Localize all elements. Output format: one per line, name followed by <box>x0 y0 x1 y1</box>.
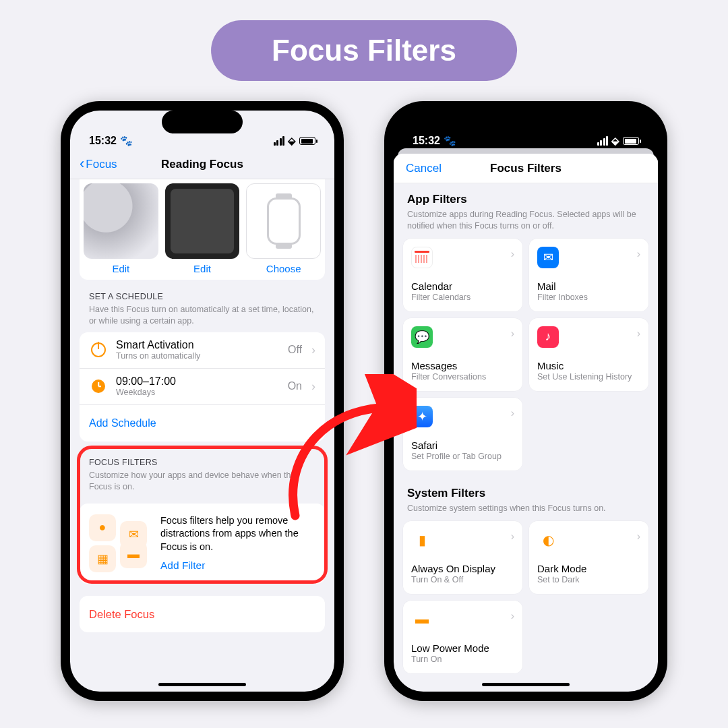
tile-calendar[interactable]: › Calendar Filter Calendars <box>403 239 522 311</box>
paw-icon: 🐾 <box>120 135 133 147</box>
tile-sub: Set to Dark <box>537 574 640 585</box>
tile-sub: Filter Calendars <box>411 292 514 303</box>
power-icon <box>91 342 106 357</box>
battery-icon: ▬ <box>120 541 147 568</box>
time-schedule-row[interactable]: 09:00–17:00Weekdays On › <box>80 369 325 405</box>
tile-mail[interactable]: ✉ › Mail Filter Inboxes <box>529 239 648 311</box>
chevron-right-icon: › <box>637 328 640 340</box>
back-label: Focus <box>86 158 117 171</box>
battery-icon: ▬ <box>411 609 433 630</box>
wifi-icon: ⬙ <box>611 135 619 147</box>
wifi-icon: ⬙ <box>288 135 296 147</box>
focus-filters-desc: Customize how your apps and device behav… <box>70 468 334 498</box>
smart-activation-row[interactable]: Smart ActivationTurns on automatically O… <box>80 332 325 369</box>
tile-name: Low Power Mode <box>411 642 514 654</box>
message-icon: ● <box>89 514 116 541</box>
focus-filters-card: ● ✉ ▦ ▬ Focus filters help you remove di… <box>80 504 325 584</box>
tile-music[interactable]: ♪ › Music Set Use Listening History <box>529 318 648 391</box>
calendar-icon <box>411 247 433 268</box>
row-sub: Weekdays <box>116 388 280 397</box>
delete-label: Delete Focus <box>89 608 154 621</box>
tile-sub: Turn On & Off <box>411 574 514 585</box>
home-screen-preview[interactable]: Edit <box>165 183 240 274</box>
dynamic-island <box>485 111 566 133</box>
nav-bar: ‹Focus Reading Focus <box>70 150 334 179</box>
chevron-right-icon: › <box>511 328 514 340</box>
tile-low-power-mode[interactable]: ▬ › Low Power Mode Turn On <box>403 601 522 673</box>
tile-name: Always On Display <box>411 563 514 574</box>
system-filters-title: System Filters <box>394 471 658 502</box>
header-banner: Focus Filters <box>211 20 517 81</box>
row-title: Smart Activation <box>116 339 280 351</box>
calendar-icon: ▦ <box>89 545 116 572</box>
card-text: Focus filters help you remove distractio… <box>160 515 299 552</box>
phone-left: 15:32🐾 ⬙ ‹Focus Reading Focus Edit Edit <box>61 101 344 701</box>
cellular-icon <box>274 136 285 146</box>
focus-filters-section: FOCUS FILTERS Customize how your apps an… <box>70 446 334 584</box>
tile-name: Messages <box>411 360 514 371</box>
mail-icon: ✉ <box>537 247 559 268</box>
chevron-right-icon: › <box>511 610 514 622</box>
modal-sheet: Cancel Focus Filters App Filters Customi… <box>394 154 658 692</box>
edit-label: Edit <box>193 263 211 274</box>
status-time: 15:32 <box>413 135 440 147</box>
schedule-header: SET A SCHEDULE <box>89 292 163 301</box>
tile-safari[interactable]: ✦ › Safari Set Profile or Tab Group <box>403 398 522 471</box>
row-title: 09:00–17:00 <box>116 375 280 388</box>
status-time: 15:32 <box>89 135 117 147</box>
battery-icon <box>299 137 315 145</box>
chevron-left-icon: ‹ <box>80 155 84 173</box>
dark-mode-icon: ◐ <box>537 529 559 551</box>
nav-bar: Cancel Focus Filters <box>394 154 658 183</box>
cancel-button[interactable]: Cancel <box>406 162 442 175</box>
display-icon: ▮ <box>411 529 433 551</box>
add-filter-button[interactable]: Add Filter <box>160 559 315 573</box>
tile-dark-mode[interactable]: ◐ › Dark Mode Set to Dark <box>529 521 648 594</box>
row-value: On <box>288 380 302 392</box>
tile-sub: Set Use Listening History <box>537 371 640 382</box>
app-filters-desc: Customize apps during Reading Focus. Sel… <box>394 208 658 239</box>
page-title: Focus Filters <box>490 162 562 175</box>
tile-messages[interactable]: 💬 › Messages Filter Conversations <box>403 318 522 391</box>
dynamic-island <box>162 111 243 133</box>
lock-screen-thumb <box>84 183 158 259</box>
delete-focus-row[interactable]: Delete Focus <box>80 596 325 632</box>
tile-sub: Set Profile or Tab Group <box>411 451 514 462</box>
chevron-right-icon: › <box>311 380 315 394</box>
back-button[interactable]: ‹Focus <box>80 156 117 173</box>
add-schedule-button[interactable]: Add Schedule <box>80 405 325 442</box>
cellular-icon <box>597 136 609 146</box>
messages-icon: 💬 <box>411 326 433 348</box>
row-sub: Turns on automatically <box>116 351 280 361</box>
watch-thumb <box>246 183 321 259</box>
row-value: Off <box>288 344 302 356</box>
chevron-right-icon: › <box>511 248 514 260</box>
phone-right: 15:32🐾 ⬙ Cancel Focus Filters App Filter… <box>384 101 667 701</box>
chevron-right-icon: › <box>637 530 640 543</box>
choose-label: Choose <box>266 263 301 274</box>
tile-always-on-display[interactable]: ▮ › Always On Display Turn On & Off <box>403 521 522 594</box>
music-icon: ♪ <box>537 326 559 348</box>
link-label: Add Schedule <box>89 417 315 429</box>
focus-filters-header: FOCUS FILTERS <box>89 458 158 467</box>
tile-name: Safari <box>411 439 514 451</box>
tile-sub: Filter Inboxes <box>537 292 640 303</box>
chevron-right-icon: › <box>511 530 514 543</box>
paw-icon: 🐾 <box>444 135 456 147</box>
clock-icon <box>92 380 105 393</box>
screen-preview-card: Edit Edit Choose <box>80 179 325 280</box>
tile-sub: Filter Conversations <box>411 371 514 382</box>
chevron-right-icon: › <box>637 248 640 260</box>
tile-name: Dark Mode <box>537 563 640 574</box>
schedule-list: Smart ActivationTurns on automatically O… <box>80 332 325 442</box>
page-title: Reading Focus <box>161 158 243 171</box>
tile-name: Mail <box>537 280 640 292</box>
chevron-right-icon: › <box>311 343 315 357</box>
home-indicator <box>158 683 246 686</box>
app-filters-title: App Filters <box>394 183 658 208</box>
lock-screen-preview[interactable]: Edit <box>84 183 158 274</box>
home-indicator <box>482 683 570 686</box>
watch-face-preview[interactable]: Choose <box>246 183 321 274</box>
home-screen-thumb <box>165 183 240 259</box>
tile-name: Music <box>537 360 640 371</box>
